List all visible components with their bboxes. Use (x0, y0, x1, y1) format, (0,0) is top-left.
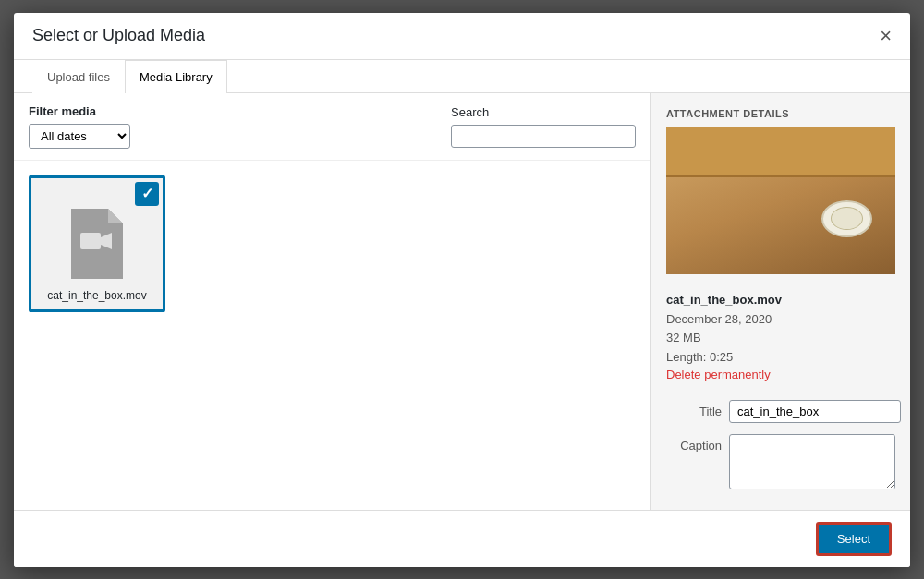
modal-footer: Select (14, 510, 910, 567)
attachment-date: December 28, 2020 (666, 310, 895, 330)
caption-label: Caption (666, 434, 722, 452)
search-label: Search (451, 105, 636, 119)
media-grid: ✓ ca (14, 161, 650, 510)
caption-textarea[interactable] (729, 434, 895, 489)
media-main-panel: Filter media All dates Search ✓ (14, 93, 651, 510)
caption-field-row: Caption (666, 434, 895, 489)
selected-checkmark: ✓ (135, 182, 159, 206)
close-button[interactable]: × (880, 26, 892, 59)
tab-media-library[interactable]: Media Library (125, 60, 227, 93)
thumbnail-image (666, 127, 895, 274)
tab-upload-files[interactable]: Upload files (32, 60, 125, 93)
search-section: Search (451, 105, 636, 148)
video-file-icon (67, 209, 127, 279)
select-button[interactable]: Select (816, 522, 892, 556)
filter-label: Filter media (29, 104, 130, 118)
modal-dialog: Select or Upload Media × Upload files Me… (14, 13, 910, 567)
attachment-fields: Title Caption (651, 389, 910, 501)
modal-body: Filter media All dates Search ✓ (14, 93, 910, 510)
plate-shape (821, 200, 872, 237)
media-item[interactable]: ✓ ca (29, 175, 165, 312)
attachment-thumbnail (666, 127, 895, 274)
svg-rect-0 (80, 233, 101, 249)
filter-section: Filter media All dates (29, 104, 130, 149)
title-input[interactable] (729, 400, 901, 423)
title-label: Title (666, 400, 722, 418)
toolbar: Filter media All dates Search (14, 93, 650, 161)
modal-overlay: Select or Upload Media × Upload files Me… (0, 0, 924, 579)
modal-title: Select or Upload Media (32, 26, 205, 58)
search-input[interactable] (451, 125, 636, 148)
media-item-filename: cat_in_the_box.mov (33, 285, 161, 304)
attachment-filename: cat_in_the_box.mov (666, 293, 895, 307)
title-field-row: Title (666, 400, 895, 423)
attachment-info: cat_in_the_box.mov December 28, 2020 32 … (651, 285, 910, 389)
plate-inner (831, 207, 863, 230)
date-filter-select[interactable]: All dates (29, 124, 130, 149)
delete-permanently-link[interactable]: Delete permanently (666, 368, 771, 381)
box-lid (666, 127, 895, 177)
attachment-details-panel: ATTACHMENT DETAILS cat_in_the_box.mov De… (651, 93, 910, 510)
modal-header: Select or Upload Media × (14, 13, 910, 60)
attachment-details-title: ATTACHMENT DETAILS (651, 93, 910, 127)
attachment-length: Length: 0:25 (666, 348, 895, 368)
tabs-bar: Upload files Media Library (14, 60, 910, 93)
attachment-size: 32 MB (666, 329, 895, 348)
